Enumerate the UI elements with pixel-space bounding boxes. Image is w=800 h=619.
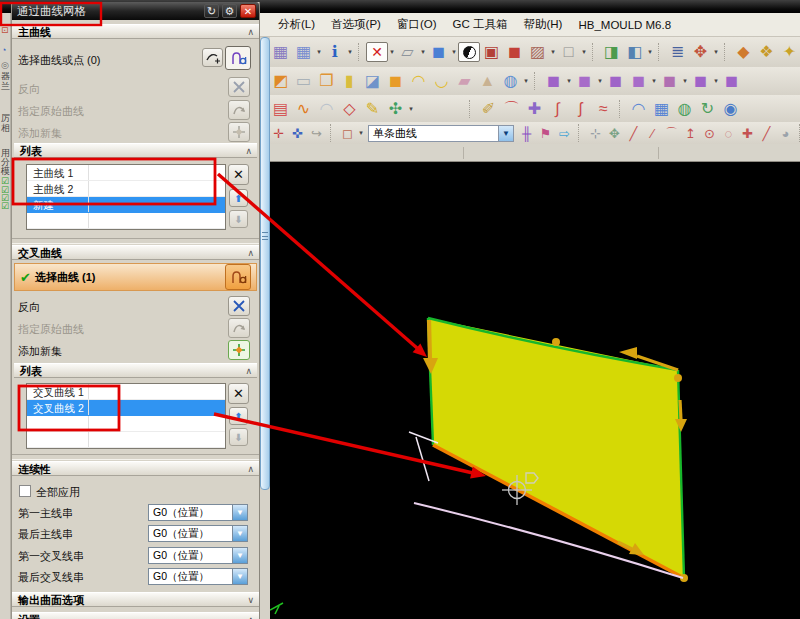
info-datum-icon[interactable]: ℹ: [323, 42, 346, 63]
viewport-canvas[interactable]: [270, 162, 800, 619]
curve-hook-icon[interactable]: ↪: [307, 125, 326, 142]
primary-select-curve-button[interactable]: [225, 46, 251, 70]
delete-face-icon[interactable]: ◼: [604, 71, 627, 92]
draft-face-icon[interactable]: ◼: [573, 71, 596, 92]
dialog-gear-icon[interactable]: ⚙: [222, 4, 237, 18]
cross-reverse-button[interactable]: [228, 296, 250, 316]
clip-plane-icon[interactable]: ◧: [623, 42, 646, 63]
follow-fillet-icon[interactable]: ⇨: [555, 125, 574, 142]
primary-point-dialog-button[interactable]: [202, 48, 223, 67]
dropdown-arrow-icon[interactable]: ▾: [315, 48, 323, 56]
background-icon[interactable]: □: [557, 42, 580, 63]
point-constructor-icon[interactable]: ✛: [269, 125, 288, 142]
stop-at-intersection-icon[interactable]: ⚑: [536, 125, 555, 142]
dialog-titlebar[interactable]: 通过曲线网格 ↻ ⚙ ✕: [12, 2, 259, 20]
cross-origin-curve-button[interactable]: [228, 318, 250, 338]
snap-endpoint-icon[interactable]: ╱: [624, 125, 643, 142]
snap-clover-icon[interactable]: ✥: [605, 125, 624, 142]
offset-curve-icon[interactable]: ʃ: [569, 98, 592, 119]
menu-item-0[interactable]: 分析(L): [270, 17, 323, 32]
snap-quadrant-icon[interactable]: ◌: [719, 125, 738, 142]
visual-palette-icon[interactable]: ❖: [755, 42, 778, 63]
intersect-curve-icon[interactable]: ✚: [523, 98, 546, 119]
bounded-plane-icon[interactable]: ▰: [453, 71, 476, 92]
selection-rect-icon[interactable]: ◻: [338, 125, 357, 142]
last-cross-continuity-dropdown[interactable]: G0（位置）▼: [148, 568, 248, 585]
dropdown-arrow-icon[interactable]: ▾: [549, 48, 557, 56]
cross-list-remove-button[interactable]: ✕: [228, 383, 249, 404]
plane-feature-icon[interactable]: ▭: [292, 71, 315, 92]
primary-add-set-button[interactable]: [228, 122, 250, 142]
cross-list-header[interactable]: 列表∧: [14, 363, 257, 378]
spline-edit-icon[interactable]: ✐: [477, 98, 500, 119]
snap-drag-icon[interactable]: ⊹: [586, 125, 605, 142]
cone-icon[interactable]: ▲: [476, 71, 499, 92]
point-on-curve-icon[interactable]: ✜: [288, 125, 307, 142]
edit-face-icon[interactable]: ◼: [720, 71, 743, 92]
dropdown-arrow-icon[interactable]: ▾: [388, 48, 396, 56]
section-continuity[interactable]: 连续性∧: [12, 461, 259, 476]
list-item[interactable]: 交叉曲线 2: [27, 400, 225, 416]
show-hide-icon[interactable]: ▱: [396, 42, 419, 63]
list-item[interactable]: 主曲线 1: [27, 165, 225, 181]
cross-add-set-button[interactable]: [228, 340, 250, 360]
dropdown-arrow-icon[interactable]: ▾: [522, 77, 530, 85]
project-curve-icon[interactable]: ∫: [546, 98, 569, 119]
copy-face-icon[interactable]: ◼: [627, 71, 650, 92]
first-primary-continuity-dropdown[interactable]: G0（位置）▼: [148, 504, 248, 521]
section-settings[interactable]: 设置∧: [12, 612, 259, 619]
dropdown-arrow-icon[interactable]: ▾: [450, 48, 458, 56]
fit-grid-icon[interactable]: ▦: [292, 42, 315, 63]
resize-face-icon[interactable]: ◼: [689, 71, 712, 92]
handle-sphere-right[interactable]: [674, 374, 682, 382]
draft-feature-icon[interactable]: ◪: [361, 71, 384, 92]
studio-spline-icon[interactable]: ∿: [292, 98, 315, 119]
list-item[interactable]: 交叉曲线 1: [27, 384, 225, 400]
swoop-sheet-icon[interactable]: ◠: [315, 98, 338, 119]
ruled-mesh-icon[interactable]: ▤: [269, 98, 292, 119]
cross-list-movedown-button[interactable]: ⬇: [229, 428, 248, 446]
snap-center-icon[interactable]: ⊙: [700, 125, 719, 142]
list-item[interactable]: 新建: [27, 197, 225, 213]
primary-list-moveup-button[interactable]: ⬆: [229, 189, 248, 207]
graphics-viewport[interactable]: [270, 162, 800, 619]
mesh-sheet-icon[interactable]: ▦: [650, 98, 673, 119]
xform-tool-icon[interactable]: ✎: [361, 98, 384, 119]
combo-dropdown-icon[interactable]: ▼: [498, 126, 513, 141]
list-item[interactable]: 主曲线 2: [27, 181, 225, 197]
primary-list-remove-button[interactable]: ✕: [228, 164, 249, 185]
dropdown-arrow-icon[interactable]: ▾: [346, 48, 354, 56]
dialog-resize-rail[interactable]: [260, 37, 270, 490]
last-primary-continuity-dropdown[interactable]: G0（位置）▼: [148, 525, 248, 542]
pinwheel-icon[interactable]: ✣: [384, 98, 407, 119]
tangent-curve-icon[interactable]: ≈: [592, 98, 615, 119]
menu-item-4[interactable]: 帮助(H): [515, 17, 570, 32]
extrude-icon[interactable]: ◼: [384, 71, 407, 92]
list-item[interactable]: [27, 213, 225, 229]
chain-within-icon[interactable]: ╫: [517, 125, 536, 142]
section-cross-curves[interactable]: 交叉曲线∧: [12, 245, 259, 260]
section-output-options[interactable]: 输出曲面选项∨: [12, 592, 259, 607]
dropdown-arrow-icon[interactable]: ▾: [712, 48, 720, 56]
curve-rule-combo[interactable]: 单条曲线▼: [368, 125, 514, 142]
shaded-view-icon[interactable]: ◼: [427, 42, 450, 63]
wireframe-cube-icon[interactable]: ▣: [480, 42, 503, 63]
csys-orient-icon[interactable]: ✥: [689, 42, 712, 63]
snapshot-icon[interactable]: ▦: [269, 42, 292, 63]
dropdown-arrow-icon[interactable]: ▾: [712, 77, 720, 85]
dropdown-arrow-icon[interactable]: ▾: [646, 48, 654, 56]
cross-select-curve-button[interactable]: [225, 264, 251, 290]
cross-list-moveup-button[interactable]: ⬆: [229, 407, 248, 425]
snap-intersect-icon[interactable]: ✚: [738, 125, 757, 142]
key-icon[interactable]: ✦: [778, 42, 800, 63]
first-cross-continuity-dropdown[interactable]: G0（位置）▼: [148, 547, 248, 564]
hidden-edge-cube-icon[interactable]: ◼: [503, 42, 526, 63]
snap-face-icon[interactable]: ◕: [776, 125, 795, 142]
primary-reverse-button[interactable]: [228, 77, 250, 97]
snap-on-curve-icon[interactable]: ⌒: [662, 125, 681, 142]
n-sided-surface-icon[interactable]: ◇: [338, 98, 361, 119]
section-primary-curves[interactable]: 主曲线∧: [12, 24, 259, 39]
corner-feature-icon[interactable]: ◩: [269, 71, 292, 92]
move-face-icon[interactable]: ◼: [542, 71, 565, 92]
handle-sphere-top[interactable]: [552, 338, 560, 346]
